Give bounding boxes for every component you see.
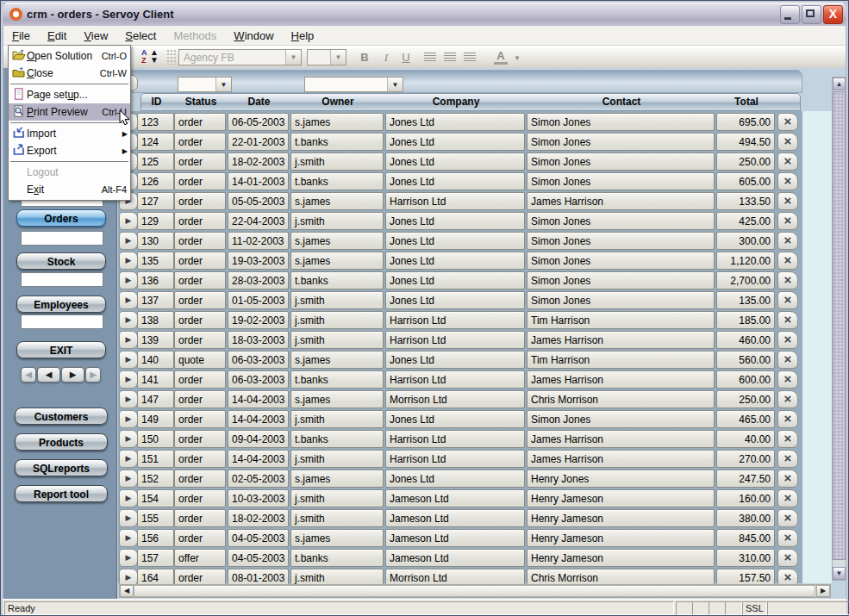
cell-status-156[interactable]: order	[174, 529, 226, 547]
owner-filter-select[interactable]: ▼	[304, 77, 403, 92]
cell-date-147[interactable]: 14-04-2003	[228, 390, 289, 408]
cell-date-129[interactable]: 22-04-2003	[228, 212, 289, 230]
vertical-scrollbar-thumb[interactable]	[833, 91, 846, 560]
row-selector-152[interactable]: ▶	[119, 470, 138, 488]
cell-id-156[interactable]: 156	[137, 529, 174, 547]
cell-total-157[interactable]: 310.00	[716, 549, 775, 567]
cell-total-130[interactable]: 300.00	[716, 232, 775, 250]
column-header-status[interactable]: Status	[175, 96, 227, 108]
cell-status-138[interactable]: order	[174, 311, 226, 329]
cell-company-140[interactable]: Jones Ltd	[385, 351, 525, 369]
cell-date-136[interactable]: 28-03-2003	[228, 271, 289, 289]
cell-contact-150[interactable]: James Harrison	[527, 430, 715, 448]
cell-date-151[interactable]: 14-04-2003	[228, 450, 289, 468]
cell-id-130[interactable]: 130	[137, 232, 174, 250]
cell-id-150[interactable]: 150	[137, 430, 174, 448]
cell-id-137[interactable]: 137	[137, 291, 174, 309]
cell-date-157[interactable]: 04-05-2003	[228, 549, 289, 567]
nav-previous-button[interactable]: ◀	[37, 367, 60, 383]
cell-id-155[interactable]: 155	[137, 509, 174, 527]
delete-row-button-139[interactable]: ×	[777, 331, 798, 349]
cell-company-151[interactable]: Harrison Ltd	[385, 450, 525, 468]
cell-company-137[interactable]: Jones Ltd	[385, 291, 525, 309]
cell-total-152[interactable]: 247.50	[716, 470, 775, 488]
column-header-company[interactable]: Company	[386, 96, 526, 108]
close-button[interactable]: X	[823, 5, 843, 24]
cell-total-125[interactable]: 250.00	[716, 152, 775, 171]
cell-date-139[interactable]: 18-03-2003	[228, 331, 289, 349]
nav-last-button[interactable]: ▶	[85, 367, 101, 383]
delete-row-button-156[interactable]: ×	[777, 529, 798, 547]
file-menu-item-exit[interactable]: ExitAlt-F4	[9, 181, 130, 198]
cell-company-123[interactable]: Jones Ltd	[385, 113, 525, 131]
row-selector-150[interactable]: ▶	[119, 430, 138, 448]
cell-date-138[interactable]: 19-02-2003	[228, 311, 289, 329]
cell-company-139[interactable]: Harrison Ltd	[385, 331, 525, 349]
cell-contact-137[interactable]: Simon Jones	[527, 291, 715, 309]
delete-row-button-149[interactable]: ×	[777, 410, 798, 428]
cell-owner-126[interactable]: t.banks	[290, 172, 384, 190]
cell-total-151[interactable]: 270.00	[716, 450, 775, 468]
cell-contact-136[interactable]: Simon Jones	[527, 271, 715, 289]
cell-id-123[interactable]: 123	[137, 113, 174, 131]
cell-owner-147[interactable]: s.james	[290, 390, 384, 408]
cell-owner-127[interactable]: s.james	[290, 192, 384, 210]
cell-id-151[interactable]: 151	[137, 450, 174, 468]
cell-owner-154[interactable]: j.smith	[290, 489, 384, 507]
font-size-select[interactable]: ▼	[307, 49, 346, 65]
italic-button[interactable]: I	[377, 49, 396, 65]
row-selector-138[interactable]: ▶	[119, 311, 138, 329]
cell-owner-140[interactable]: s.james	[290, 351, 384, 369]
cell-date-155[interactable]: 18-02-2003	[228, 509, 289, 527]
cell-status-125[interactable]: order	[174, 152, 226, 171]
cell-contact-152[interactable]: Henry Jones	[527, 470, 715, 488]
cell-total-135[interactable]: 1,120.00	[716, 252, 775, 270]
scroll-left-button[interactable]: ◀	[120, 585, 134, 597]
cell-date-123[interactable]: 06-05-2003	[228, 113, 289, 131]
row-selector-156[interactable]: ▶	[119, 529, 138, 547]
cell-id-138[interactable]: 138	[137, 311, 174, 329]
sidebar-button-sqlreports[interactable]: SQLreports	[15, 459, 108, 476]
cell-total-129[interactable]: 425.00	[716, 212, 775, 230]
cell-total-127[interactable]: 133.50	[716, 192, 775, 210]
delete-row-button-141[interactable]: ×	[777, 370, 798, 389]
cell-date-127[interactable]: 05-05-2003	[228, 192, 289, 210]
delete-row-button-155[interactable]: ×	[777, 509, 798, 527]
row-selector-154[interactable]: ▶	[119, 489, 138, 507]
cell-owner-139[interactable]: j.smith	[290, 331, 384, 349]
cell-contact-155[interactable]: Henry Jameson	[527, 509, 715, 527]
cell-status-130[interactable]: order	[174, 232, 226, 250]
cell-contact-156[interactable]: Henry Jameson	[527, 529, 715, 547]
cell-company-156[interactable]: Jameson Ltd	[385, 529, 525, 547]
cell-owner-136[interactable]: t.banks	[290, 271, 384, 289]
cell-id-147[interactable]: 147	[137, 390, 174, 408]
cell-id-127[interactable]: 127	[137, 192, 174, 210]
sidebar-button-employees[interactable]: Employees	[16, 296, 106, 313]
cell-date-124[interactable]: 22-01-2003	[228, 133, 289, 151]
scroll-down-button[interactable]: ▼	[833, 567, 846, 580]
cell-owner-138[interactable]: j.smith	[290, 311, 384, 329]
nav-first-button[interactable]: ◀	[21, 367, 36, 383]
align-center-button[interactable]	[444, 53, 456, 62]
cell-date-149[interactable]: 14-04-2003	[228, 410, 289, 428]
minimize-button[interactable]	[780, 5, 800, 24]
cell-contact-140[interactable]: Tim Harrison	[527, 351, 715, 369]
scroll-right-button[interactable]: ▶	[816, 585, 830, 597]
font-family-select[interactable]: Agency FB ▼	[178, 49, 302, 65]
cell-status-124[interactable]: order	[174, 133, 226, 151]
file-menu-item-import[interactable]: Import▶	[9, 125, 130, 142]
cell-id-157[interactable]: 157	[137, 549, 174, 567]
cell-total-126[interactable]: 605.00	[716, 172, 775, 190]
cell-contact-126[interactable]: Simon Jones	[527, 172, 715, 190]
cell-company-152[interactable]: Jones Ltd	[385, 470, 525, 488]
sidebar-button-products[interactable]: Products	[15, 433, 108, 451]
cell-id-140[interactable]: 140	[137, 351, 174, 369]
cell-status-136[interactable]: order	[174, 271, 226, 289]
delete-row-button-140[interactable]: ×	[777, 351, 798, 369]
file-menu-item-print-preview[interactable]: Print PreviewCtrl-U	[9, 103, 130, 121]
delete-row-button-124[interactable]: ×	[777, 133, 798, 151]
column-header-owner[interactable]: Owner	[291, 96, 384, 108]
cell-status-141[interactable]: order	[174, 370, 226, 389]
cell-contact-147[interactable]: Chris Morrison	[527, 390, 715, 408]
row-selector-137[interactable]: ▶	[119, 291, 138, 309]
